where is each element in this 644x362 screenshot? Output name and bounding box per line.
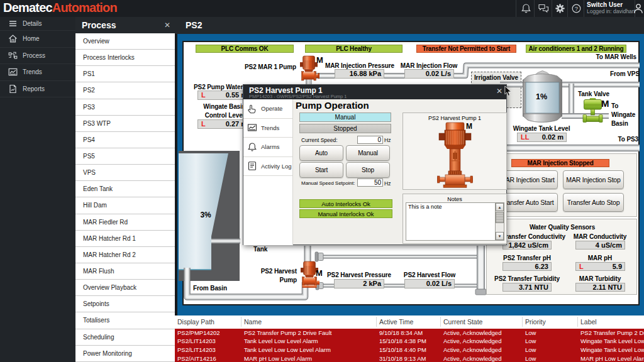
menu-activity-log[interactable]: Activity Log xyxy=(243,157,292,177)
settings-button[interactable] xyxy=(555,3,565,14)
col-header-label[interactable]: Label xyxy=(580,315,597,328)
banner-label: Transfer Not Permitted to Start xyxy=(423,45,510,52)
reports-icon xyxy=(8,84,18,94)
process-list-item-label: Overview xyxy=(83,38,109,45)
alarm-cell: Active, Acknowledged xyxy=(443,329,501,337)
process-list-item[interactable]: Process Interlocks xyxy=(75,50,175,66)
banner-label: PLC Comms OK xyxy=(221,45,269,52)
basin-control-label1: Wingate Basin xyxy=(203,103,246,111)
nav-process[interactable]: Process xyxy=(0,48,75,65)
process-list-item[interactable]: MAR Fiedler Rd xyxy=(75,214,175,231)
alarm-cell: Wingate Tank Level Low Le... xyxy=(580,337,644,345)
alarm-row[interactable]: PS2/PMP14202PS2 Transfer Pump 2 Drive Fa… xyxy=(175,329,644,337)
process-list-item[interactable]: Setpoints xyxy=(75,296,175,312)
col-header-priority[interactable]: Priority xyxy=(525,315,546,328)
process-list-item-label: Totalisers xyxy=(83,317,109,324)
status-banner-transfer: Transfer Not Permitted to Start xyxy=(416,45,516,53)
process-list-item[interactable]: Totalisers xyxy=(75,312,175,329)
process-list-item[interactable]: PS4 xyxy=(75,132,175,148)
process-list-item-label: Overview Playback xyxy=(83,284,136,291)
scroll-up-button[interactable]: ▲ xyxy=(496,203,504,211)
scroll-down-button[interactable]: ▼ xyxy=(496,232,504,240)
process-list-item-label: PS3 WTP xyxy=(83,120,111,127)
mode-indicator: Manual xyxy=(299,112,391,122)
process-list-item[interactable]: Hill Dam xyxy=(75,197,175,214)
hamburger-icon xyxy=(8,19,18,28)
col-header-current-state[interactable]: Current State xyxy=(443,315,482,328)
process-list-item[interactable]: PS2 xyxy=(75,82,175,99)
process-list-item-label: Eden Tank xyxy=(83,185,113,192)
alarm-cell: Low xyxy=(525,346,536,354)
transfer-auto-stop-button[interactable]: Transfer Auto Stop xyxy=(563,193,624,212)
mar1-pump-m: M xyxy=(316,57,323,64)
tank-valve-icon[interactable] xyxy=(582,98,603,123)
process-list-item[interactable]: Power Monitoring xyxy=(75,346,175,362)
divider xyxy=(534,0,535,17)
scroll-thumb[interactable] xyxy=(496,212,504,223)
process-list-item[interactable]: MAR Flush xyxy=(75,263,175,280)
process-list-item[interactable]: Eden Tank xyxy=(75,181,175,197)
nav-details[interactable]: Details xyxy=(0,17,75,31)
notes-scrollbar[interactable]: ▲ ▼ xyxy=(495,202,504,241)
help-button[interactable]: ? xyxy=(571,3,582,14)
menu-trends[interactable]: Trends xyxy=(243,119,292,138)
tank-level-value: 1% xyxy=(536,93,547,101)
switch-user-button[interactable]: Switch User Logged in: davidhart xyxy=(587,1,635,15)
process-list-item[interactable]: PS1 xyxy=(75,66,175,82)
process-list-item-label: MAR Flush xyxy=(83,268,114,275)
process-list-item[interactable]: MAR Hatcher Rd 2 xyxy=(75,247,175,263)
alarm-row[interactable]: PS2/LIT14203Tank Level Low Low Level Ala… xyxy=(175,346,644,354)
process-list-item[interactable]: PS3 WTP xyxy=(75,116,175,132)
menu-alarms[interactable]: Alarms xyxy=(243,138,292,157)
setpoint-input[interactable]: 50 xyxy=(357,178,383,187)
close-icon[interactable]: ✕ xyxy=(164,17,170,33)
divider xyxy=(584,0,584,17)
col-header-active-time[interactable]: Active Time xyxy=(379,315,413,328)
process-list-item[interactable]: Overview Playback xyxy=(75,280,175,296)
process-list-item[interactable]: PS5 xyxy=(75,148,175,165)
harvest-pressure-label: PS2 Harvest Pressure xyxy=(327,272,391,279)
mar-injection-stop-button[interactable]: MAR Injection Stop xyxy=(563,170,624,189)
from-basin-label: From Basin xyxy=(193,285,227,292)
nav-trends[interactable]: Trends xyxy=(0,64,75,81)
wq-label: MAR Turbidity xyxy=(579,275,621,283)
alarm-cell: Low xyxy=(525,329,536,337)
notifications-button[interactable] xyxy=(521,3,531,14)
process-list-item[interactable]: PS3 xyxy=(75,99,175,116)
alarm-row[interactable]: PS2/LIT14203Tank Level Low Level Alarm15… xyxy=(175,337,644,346)
user-avatar[interactable] xyxy=(633,3,644,14)
process-list-item-label: PS1 xyxy=(83,70,95,77)
start-button[interactable]: Start xyxy=(299,162,343,178)
state-indicator: Stopped xyxy=(299,124,391,133)
wq-value: 3.71 NTU xyxy=(502,283,552,292)
process-list-item[interactable]: MAR Hatcher Rd 1 xyxy=(75,231,175,247)
notes-textarea[interactable]: This is a note xyxy=(406,202,496,241)
menu-label: Trends xyxy=(261,124,279,131)
page-title: PS2 xyxy=(186,20,202,30)
manual-button[interactable]: Manual xyxy=(346,145,390,161)
bell-icon xyxy=(521,3,531,14)
menu-operate[interactable]: Operate xyxy=(243,99,292,119)
process-list-item[interactable]: Scheduling xyxy=(75,329,175,346)
app-logo: DematecAutomation xyxy=(3,1,117,15)
messages-button[interactable] xyxy=(538,3,548,14)
alarm-cell: 9/10/18 8:34 AM xyxy=(379,329,423,337)
current-speed-value: 0 xyxy=(357,136,383,144)
status-banner-aircon: Air conditioners 1 and 2 Running xyxy=(526,45,626,53)
help-icon: ? xyxy=(571,3,582,14)
nav-home[interactable]: Home xyxy=(0,31,75,48)
pump-dialog-titlebar[interactable]: PS2 Harvest Pump 1 PMP14203 - GWRS/PS2/P… xyxy=(243,85,506,99)
alarm-row[interactable]: PS2/AIT14216MAR pH Low Level Alarm31/10/… xyxy=(175,354,644,362)
nav-label: Trends xyxy=(23,69,42,75)
col-header-name[interactable]: Name xyxy=(244,315,262,328)
auto-button[interactable]: Auto xyxy=(299,145,343,161)
close-icon[interactable]: ✕ xyxy=(496,87,502,96)
process-list-item-label: VPS xyxy=(83,169,96,176)
col-header-display-path[interactable]: Display Path xyxy=(177,315,214,328)
stop-button[interactable]: Stop xyxy=(346,162,390,178)
nav-reports[interactable]: Reports xyxy=(0,81,75,98)
process-list-item[interactable]: Overview xyxy=(75,33,175,50)
process-list-item[interactable]: VPS xyxy=(75,165,175,181)
mar-injection-status: MAR Injection Stopped xyxy=(511,159,609,167)
home-icon xyxy=(8,34,18,43)
